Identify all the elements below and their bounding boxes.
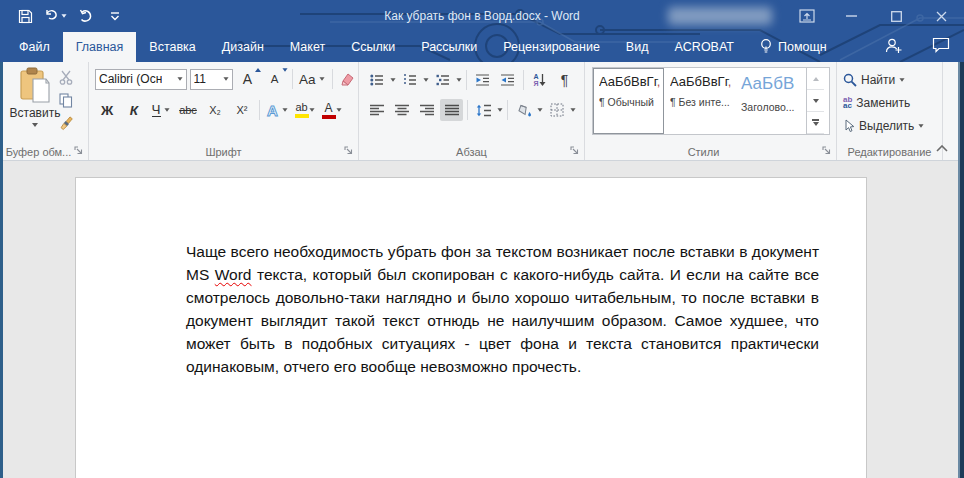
underline-button[interactable]: Ч: [149, 99, 173, 121]
collapse-ribbon-button[interactable]: [936, 138, 948, 156]
tab-mailings[interactable]: Рассылки: [408, 32, 490, 62]
styles-scroll-up-button[interactable]: [807, 68, 824, 90]
group-styles: АаБбВвГг, ¶ Обычный АаБбВвГг, ¶ Без инте…: [585, 62, 837, 160]
paragraph-dialog-launcher[interactable]: [569, 145, 581, 157]
tab-home[interactable]: Главная: [63, 32, 137, 62]
styles-gallery-more-button[interactable]: [807, 112, 824, 134]
align-left-button[interactable]: [365, 99, 388, 121]
paste-button[interactable]: Вставить: [9, 67, 61, 139]
font-size-combo[interactable]: 11: [190, 69, 233, 90]
format-painter-button[interactable]: [58, 116, 74, 132]
multilevel-list-button[interactable]: [431, 69, 454, 91]
numbering-dropdown-icon[interactable]: [423, 78, 428, 81]
divider: [332, 69, 333, 89]
numbering-button[interactable]: [398, 69, 421, 91]
cut-button[interactable]: [59, 70, 74, 85]
tab-view[interactable]: Вид: [613, 32, 662, 62]
subscript-button[interactable]: X₂: [203, 99, 227, 121]
document-paragraph[interactable]: Чаще всего необходимость убрать фон за т…: [186, 240, 819, 378]
redo-button[interactable]: [72, 4, 98, 28]
show-formatting-marks-button[interactable]: ¶: [553, 69, 576, 91]
clipboard-dialog-launcher[interactable]: [73, 145, 85, 157]
tab-layout[interactable]: Макет: [277, 32, 338, 62]
select-cursor-icon: [843, 119, 855, 133]
clear-formatting-button[interactable]: [338, 72, 354, 86]
document-page[interactable]: Чаще всего необходимость убрать фон за т…: [75, 177, 867, 478]
divider: [292, 69, 293, 89]
save-button[interactable]: [12, 4, 38, 28]
shading-button[interactable]: [512, 99, 535, 121]
tab-references[interactable]: Ссылки: [338, 32, 408, 62]
grow-font-button[interactable]: A: [236, 68, 260, 90]
replace-button[interactable]: abac Заменить: [843, 91, 940, 114]
decrease-indent-button[interactable]: [471, 69, 494, 91]
line-spacing-dropdown-icon[interactable]: [497, 108, 502, 111]
font-group-label: Шрифт: [89, 146, 358, 158]
group-clipboard: Вставить: [3, 62, 89, 160]
styles-dialog-launcher[interactable]: [821, 145, 833, 157]
copy-button[interactable]: [59, 93, 73, 108]
bullets-dropdown-icon[interactable]: [390, 78, 395, 81]
document-area[interactable]: Чаще всего необходимость убрать фон за т…: [0, 161, 964, 478]
tab-insert[interactable]: Вставка: [136, 32, 208, 62]
sort-button[interactable]: АЯ: [528, 69, 551, 91]
ribbon-display-options-button[interactable]: [784, 0, 829, 32]
font-name-combo[interactable]: Calibri (Осн: [95, 69, 187, 90]
close-button[interactable]: [919, 0, 964, 32]
shading-dropdown-icon[interactable]: [537, 108, 542, 111]
line-spacing-button[interactable]: [472, 99, 495, 121]
tab-tell-me[interactable]: Помощн: [747, 32, 840, 62]
window-controls: [784, 0, 964, 32]
undo-dropdown-icon[interactable]: [61, 14, 66, 17]
tab-bar-right-icons: [884, 32, 950, 62]
tab-file[interactable]: Файл: [6, 32, 63, 62]
font-color-button[interactable]: А: [320, 99, 344, 121]
share-button[interactable]: [884, 37, 902, 58]
account-name-blurred: [668, 7, 772, 25]
borders-dropdown-icon[interactable]: [570, 108, 575, 111]
customize-qat-button[interactable]: [102, 4, 128, 28]
title-bar: Как убрать фон в Ворд.docx - Word: [0, 0, 964, 62]
maximize-button[interactable]: [874, 0, 919, 32]
highlight-button[interactable]: ab: [293, 99, 317, 121]
change-case-button[interactable]: Aa: [297, 68, 327, 90]
tab-review[interactable]: Рецензирование: [490, 32, 613, 62]
tab-design[interactable]: Дизайн: [209, 32, 277, 62]
bullets-button[interactable]: [365, 69, 388, 91]
tab-acrobat[interactable]: ACROBAT: [661, 32, 747, 62]
shrink-font-caret-icon: [282, 68, 287, 71]
styles-gallery-scroll: [806, 68, 824, 134]
style-heading1[interactable]: АаБбВ Заголово...: [735, 68, 806, 134]
shrink-font-button[interactable]: A: [263, 68, 287, 90]
ribbon-display-options-icon: [799, 9, 815, 23]
increase-indent-button[interactable]: [496, 69, 519, 91]
justify-button[interactable]: [440, 99, 463, 121]
text-effects-button[interactable]: А: [265, 99, 290, 121]
select-button[interactable]: Выделить: [843, 114, 940, 137]
paste-dropdown-icon[interactable]: [32, 123, 38, 127]
style-normal[interactable]: АаБбВвГг, ¶ Обычный: [593, 68, 664, 134]
align-right-button[interactable]: [415, 99, 438, 121]
eraser-icon: [338, 72, 354, 86]
redo-icon: [78, 9, 93, 24]
superscript-button[interactable]: X²: [230, 99, 254, 121]
align-center-button[interactable]: [390, 99, 413, 121]
find-dropdown-icon: [900, 78, 905, 81]
comments-button[interactable]: [932, 37, 950, 57]
strikethrough-button[interactable]: abc: [176, 99, 200, 121]
divider: [523, 70, 524, 90]
italic-button[interactable]: К: [122, 99, 146, 121]
styles-scroll-down-button[interactable]: [807, 90, 824, 112]
minimize-button[interactable]: [829, 0, 874, 32]
format-painter-icon: [58, 116, 74, 132]
bold-button[interactable]: Ж: [95, 99, 119, 121]
numbering-icon: [403, 74, 417, 86]
font-color-indicator: [322, 115, 336, 119]
undo-button[interactable]: [42, 4, 68, 28]
font-dialog-launcher[interactable]: [343, 145, 355, 157]
style-no-spacing[interactable]: АаБбВвГг, ¶ Без инте...: [664, 68, 735, 134]
sort-arrow-icon: [539, 74, 546, 86]
find-button[interactable]: Найти: [843, 68, 940, 91]
borders-button[interactable]: [545, 99, 568, 121]
multilevel-dropdown-icon[interactable]: [456, 78, 461, 81]
